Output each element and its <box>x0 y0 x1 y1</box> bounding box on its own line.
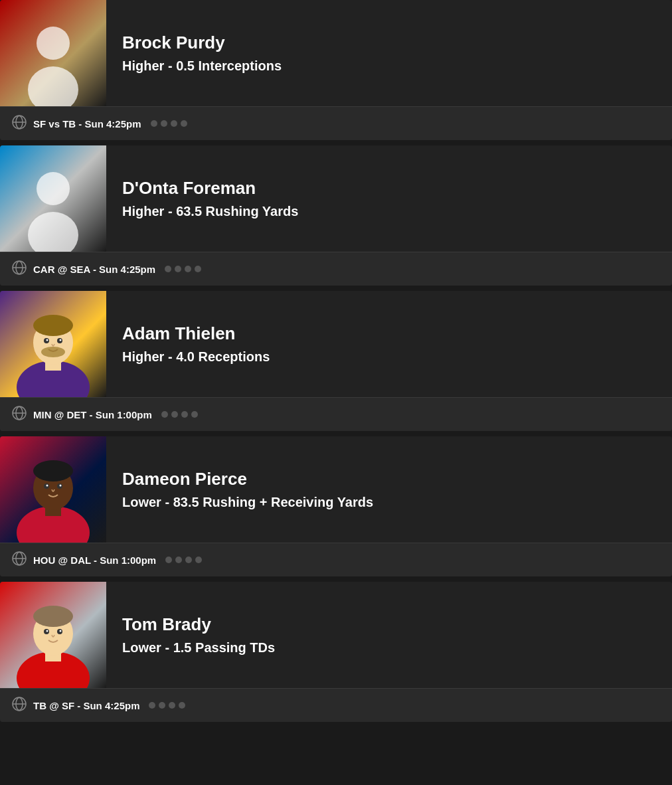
indicator-dot <box>149 702 155 709</box>
player-main-dameon-pierce: Dameon Pierce Lower - 83.5 Rushing + Rec… <box>0 436 672 543</box>
svg-point-39 <box>46 630 48 632</box>
player-photo-wrapper <box>0 0 106 106</box>
indicator-dot <box>179 702 185 709</box>
player-main-tom-brady: Tom Brady Lower - 1.5 Passing TDs <box>0 582 672 688</box>
player-image-dameon-pierce <box>0 436 106 543</box>
indicator-dot <box>171 411 178 418</box>
player-name: Brock Purdy <box>122 33 656 53</box>
player-name: Dameon Pierce <box>122 469 656 489</box>
indicator-dot <box>161 120 167 127</box>
indicator-dot <box>191 411 198 418</box>
stat-value: 83.5 Rushing + Receiving Yards <box>173 495 373 509</box>
player-image-brock-purdy <box>0 0 106 106</box>
player-stat: Higher - 63.5 Rushing Yards <box>122 204 656 219</box>
indicator-dot <box>185 557 192 563</box>
indicator-dot <box>161 411 168 418</box>
indicator-dot <box>175 557 182 563</box>
football-icon <box>12 697 27 714</box>
svg-point-13 <box>33 315 73 336</box>
player-info-adam-thielen: Adam Thielen Higher - 4.0 Receptions <box>106 310 672 378</box>
player-name: Adam Thielen <box>122 323 656 344</box>
indicator-dot <box>181 411 188 418</box>
dots-container <box>149 702 185 709</box>
football-icon <box>12 260 27 278</box>
player-info-brock-purdy: Brock Purdy Higher - 0.5 Interceptions <box>106 19 672 87</box>
svg-point-18 <box>41 347 65 357</box>
player-stat: Lower - 1.5 Passing TDs <box>122 640 656 655</box>
indicator-dot <box>175 266 181 272</box>
football-icon <box>12 406 27 423</box>
player-image-donta-foreman <box>0 145 106 252</box>
player-card-brock-purdy[interactable]: Brock Purdy Higher - 0.5 Interceptions S… <box>0 0 672 140</box>
game-text: TB @ SF - Sun 4:25pm <box>33 700 139 711</box>
player-card-adam-thielen[interactable]: Adam Thielen Higher - 4.0 Receptions MIN… <box>0 291 672 431</box>
stat-direction: Lower <box>122 640 161 655</box>
game-text: HOU @ DAL - Sun 1:00pm <box>33 555 156 566</box>
player-info-dameon-pierce: Dameon Pierce Lower - 83.5 Rushing + Rec… <box>106 456 672 523</box>
game-text: MIN @ DET - Sun 1:00pm <box>33 409 152 420</box>
svg-point-1 <box>28 66 78 106</box>
dots-container <box>151 120 187 127</box>
indicator-dot <box>181 120 187 127</box>
player-main-adam-thielen: Adam Thielen Higher - 4.0 Receptions <box>0 291 672 397</box>
indicator-dot <box>195 266 201 272</box>
player-info-donta-foreman: D'Onta Foreman Higher - 63.5 Rushing Yar… <box>106 165 672 232</box>
svg-point-28 <box>46 485 48 487</box>
stat-value: 4.0 Receptions <box>176 349 270 364</box>
svg-point-16 <box>46 339 48 341</box>
football-icon <box>12 551 27 568</box>
stat-value: 0.5 Interceptions <box>176 58 282 73</box>
player-stat: Higher - 4.0 Receptions <box>122 349 656 365</box>
svg-point-6 <box>28 212 78 252</box>
indicator-dot <box>151 120 157 127</box>
game-info-bar-donta-foreman: CAR @ SEA - Sun 4:25pm <box>0 252 672 286</box>
indicator-dot <box>169 702 175 709</box>
player-name: D'Onta Foreman <box>122 178 656 199</box>
player-photo-wrapper <box>0 436 106 543</box>
game-text: SF vs TB - Sun 4:25pm <box>33 118 141 130</box>
player-photo-wrapper <box>0 145 106 252</box>
player-name: Tom Brady <box>122 614 656 635</box>
stat-value: 63.5 Rushing Yards <box>176 204 298 218</box>
svg-point-40 <box>60 630 62 632</box>
svg-point-0 <box>37 27 70 60</box>
indicator-dot <box>165 266 171 272</box>
game-info-bar-tom-brady: TB @ SF - Sun 4:25pm <box>0 688 672 722</box>
dots-container <box>165 557 202 563</box>
player-image-adam-thielen <box>0 291 106 397</box>
stat-value: 1.5 Passing TDs <box>173 640 275 655</box>
game-info-bar-adam-thielen: MIN @ DET - Sun 1:00pm <box>0 397 672 431</box>
player-photo-wrapper <box>0 291 106 397</box>
indicator-dot <box>195 557 202 563</box>
game-info-bar-dameon-pierce: HOU @ DAL - Sun 1:00pm <box>0 543 672 576</box>
player-card-donta-foreman[interactable]: D'Onta Foreman Higher - 63.5 Rushing Yar… <box>0 145 672 286</box>
game-info-bar-brock-purdy: SF vs TB - Sun 4:25pm <box>0 106 672 140</box>
svg-point-25 <box>33 460 73 481</box>
player-card-dameon-pierce[interactable]: Dameon Pierce Lower - 83.5 Rushing + Rec… <box>0 436 672 576</box>
player-card-tom-brady[interactable]: Tom Brady Lower - 1.5 Passing TDs TB @ S… <box>0 582 672 722</box>
svg-point-17 <box>60 339 62 341</box>
player-main-brock-purdy: Brock Purdy Higher - 0.5 Interceptions <box>0 0 672 106</box>
player-main-donta-foreman: D'Onta Foreman Higher - 63.5 Rushing Yar… <box>0 145 672 252</box>
player-info-tom-brady: Tom Brady Lower - 1.5 Passing TDs <box>106 601 672 669</box>
indicator-dot <box>185 266 191 272</box>
dots-container <box>165 266 201 272</box>
football-icon <box>12 115 27 132</box>
player-stat: Higher - 0.5 Interceptions <box>122 58 656 74</box>
stat-direction: Lower <box>122 495 161 509</box>
svg-point-29 <box>60 485 62 487</box>
indicator-dot <box>159 702 165 709</box>
player-photo-wrapper <box>0 582 106 688</box>
svg-point-36 <box>33 606 73 627</box>
indicator-dot <box>165 557 172 563</box>
stat-direction: Higher <box>122 58 164 73</box>
game-text: CAR @ SEA - Sun 4:25pm <box>33 264 155 275</box>
player-image-tom-brady <box>0 582 106 688</box>
dots-container <box>161 411 198 418</box>
stat-direction: Higher <box>122 204 164 218</box>
stat-direction: Higher <box>122 349 164 364</box>
player-stat: Lower - 83.5 Rushing + Receiving Yards <box>122 495 656 510</box>
svg-point-5 <box>37 172 70 205</box>
indicator-dot <box>171 120 177 127</box>
